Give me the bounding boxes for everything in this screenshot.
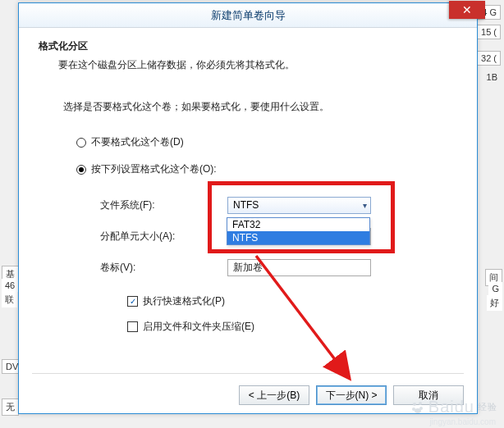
quick-format-label: 执行快速格式化(P) <box>143 294 225 308</box>
label-filesystem: 文件系统(F): <box>100 198 227 212</box>
filesystem-select[interactable]: NTFS ▾ <box>227 197 371 214</box>
compression-label: 启用文件和文件夹压缩(E) <box>143 320 254 334</box>
label-allocation-unit: 分配单元大小(A): <box>100 230 227 244</box>
paw-icon <box>410 400 425 415</box>
radio-format-label: 按下列设置格式化这个卷(O): <box>91 162 217 176</box>
checkbox-icon <box>127 296 138 307</box>
checkbox-icon <box>127 321 138 332</box>
bg-text: 1B <box>483 71 501 84</box>
instruction-text: 选择是否要格式化这个卷；如果要格式化，要使用什么设置。 <box>63 100 457 114</box>
close-button[interactable]: ✕ <box>449 1 485 19</box>
back-button[interactable]: < 上一步(B) <box>239 385 309 405</box>
svg-point-2 <box>419 402 422 405</box>
bg-text: 15 ( <box>477 25 501 39</box>
bg-text: 好 <box>487 295 502 311</box>
bg-text: 联 <box>2 292 17 307</box>
radio-no-format-label: 不要格式化这个卷(D) <box>91 135 184 149</box>
svg-point-1 <box>413 403 416 406</box>
watermark-url: jingyan.baidu.com <box>429 417 496 426</box>
next-button[interactable]: 下一步(N) > <box>316 385 387 405</box>
dropdown-option-fat32[interactable]: FAT32 <box>227 218 369 231</box>
filesystem-value: NTFS <box>233 199 259 211</box>
radio-icon <box>76 138 86 148</box>
next-button-label: 下一步(N) > <box>326 389 378 403</box>
compression-checkbox[interactable]: 启用文件和文件夹压缩(E) <box>127 320 457 334</box>
watermark-brand: Baidu <box>428 398 474 417</box>
back-button-label: < 上一步(B) <box>249 389 300 403</box>
bg-text: 无 <box>2 398 19 416</box>
label-volume: 卷标(V): <box>100 261 227 275</box>
volume-label-value: 新加卷 <box>233 261 263 275</box>
bg-text: 46 <box>2 279 18 292</box>
radio-no-format[interactable]: 不要格式化这个卷(D) <box>76 135 457 149</box>
wizard-dialog: 新建简单卷向导 ✕ 格式化分区 要在这个磁盘分区上储存数据，你必须先将其格式化。… <box>18 2 478 414</box>
chevron-down-icon: ▾ <box>363 201 367 210</box>
dialog-title: 新建简单卷向导 <box>211 8 286 23</box>
radio-format[interactable]: 按下列设置格式化这个卷(O): <box>76 162 457 176</box>
button-bar: < 上一步(B) 下一步(N) > 取消 <box>32 373 464 405</box>
titlebar[interactable]: 新建简单卷向导 ✕ <box>19 3 477 28</box>
radio-icon <box>76 165 86 175</box>
bg-text: 32 ( <box>477 51 501 66</box>
bg-text: G <box>488 282 502 295</box>
watermark-sub: 经验 <box>478 401 497 413</box>
volume-label-input[interactable]: 新加卷 <box>227 259 371 276</box>
quick-format-checkbox[interactable]: 执行快速格式化(P) <box>127 294 457 308</box>
dialog-content: 格式化分区 要在这个磁盘分区上储存数据，你必须先将其格式化。 选择是否要格式化这… <box>19 28 477 334</box>
svg-point-5 <box>415 408 421 413</box>
filesystem-dropdown[interactable]: FAT32 NTFS <box>227 217 370 245</box>
section-title: 格式化分区 <box>39 39 457 53</box>
dropdown-option-ntfs[interactable]: NTFS <box>227 231 369 244</box>
section-desc: 要在这个磁盘分区上储存数据，你必须先将其格式化。 <box>58 58 457 72</box>
close-icon: ✕ <box>462 3 472 16</box>
watermark: Baidu 经验 <box>410 398 497 417</box>
